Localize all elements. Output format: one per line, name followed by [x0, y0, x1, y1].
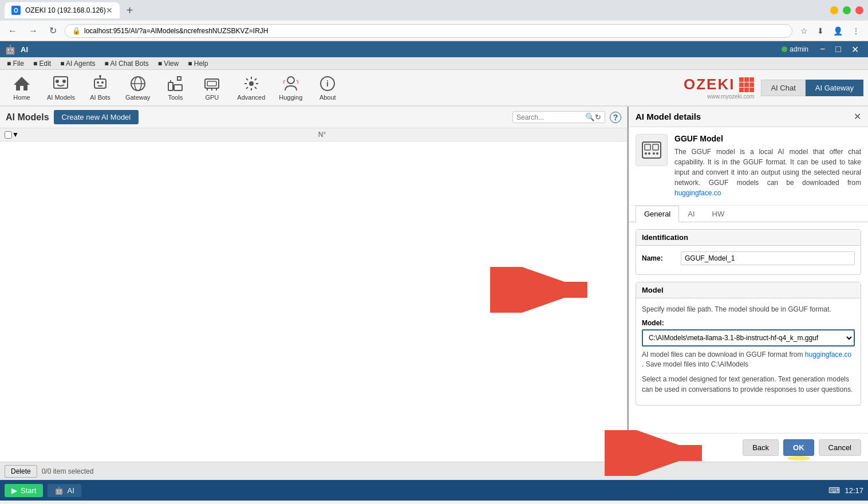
tools-label: Tools — [168, 94, 183, 101]
hugging-icon — [282, 74, 300, 93]
refresh-btn[interactable]: ↻ — [46, 24, 60, 37]
tab-close-btn[interactable]: ✕ — [106, 6, 113, 15]
secure-icon: 🔒 — [72, 27, 81, 35]
column-n-header: N° — [22, 131, 622, 139]
toolbar-gateway-btn[interactable]: Gateway — [120, 72, 156, 103]
download-link[interactable]: huggingface.co — [805, 351, 851, 359]
toolbar-tools-btn[interactable]: Tools — [158, 72, 192, 103]
toolbar-ai-models-btn[interactable]: AI Models — [41, 72, 81, 103]
details-tabs: General AI HW — [629, 206, 868, 222]
search-input[interactable] — [516, 113, 585, 121]
browser-close-btn[interactable] — [855, 6, 863, 14]
search-box: 🔍 ↻ — [512, 111, 605, 123]
create-ai-model-btn[interactable]: Create new AI Model — [54, 110, 139, 124]
ai-bots-icon — [91, 74, 109, 93]
cancel-button[interactable]: Cancel — [819, 439, 861, 456]
app-icon: 🤖 — [5, 44, 16, 55]
advanced-icon — [242, 74, 261, 93]
refresh-results-btn[interactable]: ↻ — [595, 113, 601, 121]
profile-btn[interactable]: 👤 — [830, 25, 846, 37]
svg-point-5 — [97, 81, 99, 84]
model-spec-desc: Specify model file path. The model shoul… — [642, 304, 855, 314]
tab-buttons: AI Chat AI Gateway — [761, 80, 863, 96]
name-field-row: Name: — [642, 251, 855, 265]
svg-point-30 — [656, 152, 658, 155]
toolbar-home-btn[interactable]: Home — [5, 72, 39, 103]
bookmark-btn[interactable]: ☆ — [797, 25, 811, 37]
details-titlebar: AI Model details ✕ — [629, 107, 868, 127]
keyboard-icon: ⌨ — [828, 486, 840, 495]
tab-ai-gateway-btn[interactable]: AI Gateway — [806, 80, 863, 96]
table-body — [0, 141, 627, 462]
admin-label: admin — [790, 45, 808, 53]
menu-btn[interactable]: ⋮ — [849, 25, 863, 37]
tab-ai-chat-btn[interactable]: AI Chat — [761, 80, 805, 96]
app-minimize-btn[interactable]: − — [815, 43, 830, 56]
url-input[interactable] — [84, 27, 785, 35]
app-titlebar: 🤖 AI admin − □ ✕ — [0, 41, 868, 57]
ozeki-sub-text: www.myozeki.com — [707, 93, 754, 100]
button-highlight — [787, 456, 810, 460]
tab-general[interactable]: General — [636, 206, 679, 222]
menubar: ■ File ■ Edit ■ AI Agents ■ AI Chat Bots… — [0, 57, 868, 70]
new-tab-btn[interactable]: + — [122, 4, 138, 17]
search-submit-btn[interactable]: 🔍 — [585, 113, 595, 121]
menu-file[interactable]: ■ File — [2, 58, 29, 69]
app-close-btn[interactable]: ✕ — [847, 43, 863, 56]
svg-rect-26 — [653, 144, 658, 150]
menu-help[interactable]: ■ Help — [183, 58, 212, 69]
about-label: About — [319, 94, 336, 101]
admin-info: admin — [782, 45, 808, 53]
toolbar-gpu-btn[interactable]: GPU — [195, 72, 229, 103]
help-btn[interactable]: ? — [610, 112, 621, 123]
svg-text:i: i — [326, 79, 329, 88]
details-footer: Back OK Cancel — [629, 433, 868, 462]
gateway-icon — [129, 74, 147, 93]
download-btn[interactable]: ⬇ — [814, 25, 827, 37]
back-btn[interactable]: ← — [5, 25, 21, 37]
start-btn[interactable]: ▶ Start — [5, 484, 43, 497]
svg-rect-13 — [174, 85, 182, 90]
toolbar-about-btn[interactable]: i About — [310, 72, 345, 103]
browser-maximize-btn[interactable] — [843, 6, 851, 14]
ai-models-icon — [52, 74, 70, 93]
svg-point-20 — [249, 81, 254, 86]
details-close-btn[interactable]: ✕ — [854, 111, 861, 122]
name-input[interactable] — [681, 251, 855, 265]
toolbar-advanced-btn[interactable]: Advanced — [231, 72, 271, 103]
hugging-label: Hugging — [279, 94, 302, 101]
back-button[interactable]: Back — [743, 439, 779, 456]
menu-ai-chat-bots[interactable]: ■ AI Chat Bots — [100, 58, 153, 69]
toolbar-hugging-btn[interactable]: Hugging — [273, 72, 308, 103]
dropdown-arrow-icon[interactable]: ▼ — [12, 131, 19, 139]
model-huggingface-link[interactable]: huggingface.co — [674, 189, 721, 197]
tab-ai[interactable]: AI — [679, 206, 703, 222]
svg-point-3 — [62, 80, 66, 83]
model-select-desc: Select a model designed for text generat… — [642, 374, 855, 395]
taskbar-ai-btn[interactable]: 🤖 AI — [48, 484, 81, 497]
browser-minimize-btn[interactable] — [830, 6, 838, 14]
select-all-checkbox[interactable] — [5, 131, 12, 139]
delete-btn[interactable]: Delete — [5, 465, 37, 478]
ozeki-grid-icon — [739, 77, 754, 92]
start-icon: ▶ — [11, 486, 17, 495]
svg-marker-0 — [14, 77, 30, 90]
svg-rect-16 — [207, 81, 216, 86]
model-header: GGUF Model The GGUF model is a local AI … — [629, 127, 868, 206]
menu-edit[interactable]: ■ Edit — [29, 58, 56, 69]
app-maximize-btn[interactable]: □ — [831, 43, 846, 56]
browser-tab[interactable]: O OZEKI 10 (192.168.0.126) ✕ — [5, 2, 120, 18]
model-file-select[interactable]: C:\AIModels\meta-llama-3.1-8b-instruct-h… — [642, 329, 855, 346]
tools-icon — [166, 74, 184, 93]
status-text: 0/0 item selected — [42, 467, 94, 475]
tab-hw[interactable]: HW — [704, 206, 733, 222]
gpu-label: GPU — [205, 94, 219, 101]
toolbar-ai-bots-btn[interactable]: AI Bots — [83, 72, 117, 103]
forward-btn[interactable]: → — [25, 25, 41, 37]
menu-view[interactable]: ■ View — [153, 58, 183, 69]
svg-point-28 — [648, 152, 650, 155]
menu-ai-agents[interactable]: ■ AI Agents — [56, 58, 100, 69]
taskbar-clock: 12:17 — [845, 486, 863, 495]
ok-next-button[interactable]: OK — [783, 439, 814, 456]
taskbar-sys-icons: ⌨ — [828, 486, 840, 495]
